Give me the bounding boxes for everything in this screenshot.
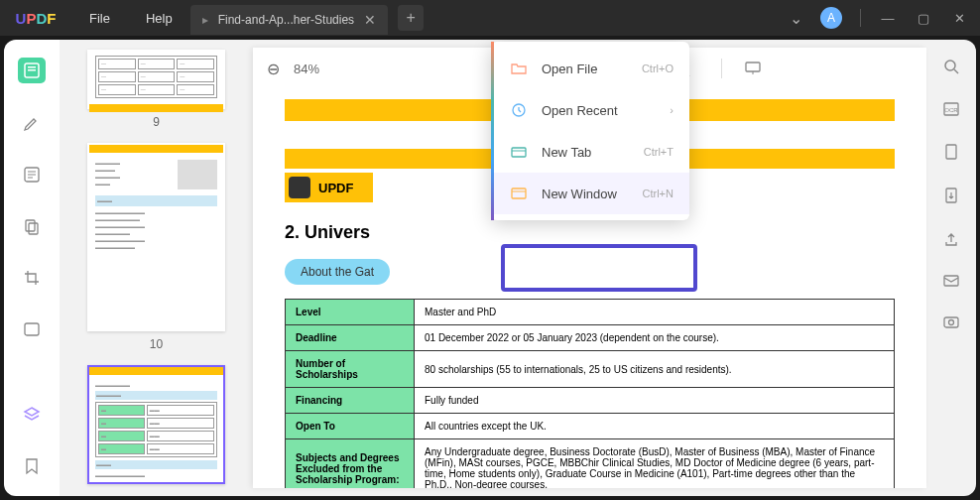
close-tab-icon[interactable]: ✕	[364, 12, 376, 28]
table-row: Open ToAll countries except the UK.	[286, 414, 895, 439]
folder-icon	[510, 60, 528, 77]
svg-rect-18	[944, 276, 958, 286]
svg-rect-7	[26, 220, 35, 231]
user-avatar[interactable]: A	[820, 7, 842, 29]
svg-rect-2	[28, 69, 36, 71]
table-row: Deadline01 December 2022 or 05 January 2…	[286, 325, 895, 351]
crop-tool-icon[interactable]	[20, 266, 44, 290]
search-icon[interactable]	[942, 58, 960, 75]
menu-label: New Tab	[542, 145, 591, 160]
svg-rect-8	[29, 223, 38, 234]
close-window-button[interactable]: ✕	[950, 11, 968, 26]
tab-icon	[510, 143, 528, 161]
document-tab[interactable]: ▸ Find-and-Ap...her-Studies ✕	[190, 5, 388, 35]
clock-icon	[510, 101, 528, 119]
divider	[860, 9, 861, 27]
thumbnail-page-10[interactable]: ▬▬▬▬▬▬▬▬▬▬▬▬▬▬▬▬▬ ▬▬▬ ▬▬▬▬▬▬▬▬▬▬▬▬▬▬▬▬▬▬…	[87, 143, 225, 331]
menu-help[interactable]: Help	[128, 11, 190, 26]
right-toolbar: OCR	[926, 40, 976, 496]
table-row: LevelMaster and PhD	[286, 300, 895, 325]
svg-point-20	[949, 320, 954, 325]
svg-rect-9	[25, 323, 39, 335]
menu-open-file[interactable]: Open File Ctrl+O	[494, 48, 689, 89]
thumb-label: 9	[87, 115, 225, 129]
section-heading: 2. Univers	[285, 222, 895, 243]
table-row: Number of Scholarships80 scholarships (5…	[286, 351, 895, 388]
redact-tool-icon[interactable]	[20, 317, 44, 341]
share-icon[interactable]	[942, 230, 960, 248]
svg-rect-22	[512, 148, 526, 157]
menu-open-recent[interactable]: Open Recent ›	[494, 89, 689, 131]
new-tab-button[interactable]: +	[398, 5, 424, 31]
layers-icon[interactable]	[20, 403, 44, 427]
menu-new-window[interactable]: New Window Ctrl+N	[494, 173, 689, 214]
camera-icon[interactable]	[942, 313, 960, 329]
menu-file[interactable]: File	[71, 11, 128, 26]
info-table: LevelMaster and PhD Deadline01 December …	[285, 299, 895, 488]
thumbnail-panel: ————————— 9 ▬▬▬▬▬▬▬▬▬▬▬▬▬▬▬▬▬ ▬▬▬ ▬▬▬▬▬▬…	[60, 40, 253, 496]
svg-rect-19	[944, 317, 958, 327]
tab-indicator-icon: ▸	[202, 13, 208, 27]
menu-label: Open File	[542, 62, 597, 76]
file-dropdown-menu: Open File Ctrl+O Open Recent › New Tab C…	[491, 42, 689, 220]
svg-rect-10	[746, 62, 760, 71]
app-logo: UPDF	[0, 10, 71, 27]
brand-icon	[289, 177, 310, 198]
chevron-down-icon[interactable]: ⌄	[790, 9, 802, 28]
table-row: FinancingFully funded	[286, 388, 895, 414]
zoom-out-icon[interactable]: ⊖	[267, 60, 280, 78]
window-icon	[510, 185, 528, 202]
ocr-icon[interactable]: OCR	[942, 101, 960, 117]
svg-point-12	[945, 61, 955, 70]
presentation-icon[interactable]	[744, 61, 762, 76]
brand-badge: UPDF	[285, 173, 373, 202]
thumbnail-page-9[interactable]: —————————	[87, 50, 225, 109]
highlighter-tool-icon[interactable]	[20, 111, 44, 135]
page-icon[interactable]	[943, 143, 959, 161]
thumbnails-tool-icon[interactable]	[18, 58, 46, 83]
shortcut-label: Ctrl+T	[644, 146, 674, 158]
bookmark-icon[interactable]	[20, 454, 44, 478]
menu-label: Open Recent	[542, 103, 618, 118]
svg-rect-16	[946, 145, 956, 159]
tab-title: Find-and-Ap...her-Studies	[218, 13, 354, 27]
menu-new-tab[interactable]: New Tab Ctrl+T	[494, 131, 689, 173]
text-tool-icon[interactable]	[20, 163, 44, 187]
svg-text:OCR: OCR	[944, 107, 958, 113]
copy-tool-icon[interactable]	[20, 214, 44, 238]
table-row: Subjects and Degrees Excluded from the S…	[286, 439, 895, 489]
about-pill: About the Gat	[285, 259, 390, 285]
thumb-label: 10	[87, 337, 225, 351]
zoom-level[interactable]: 84%	[294, 62, 319, 76]
title-bar: UPDF File Help ▸ Find-and-Ap...her-Studi…	[0, 0, 980, 36]
maximize-button[interactable]: ▢	[915, 11, 932, 26]
mail-icon[interactable]	[942, 274, 960, 288]
minimize-button[interactable]: —	[879, 11, 897, 26]
export-page-icon[interactable]	[943, 187, 959, 204]
menu-label: New Window	[542, 187, 617, 201]
submenu-arrow-icon: ›	[670, 104, 674, 116]
svg-rect-1	[28, 66, 36, 68]
thumbnail-page-11[interactable]: ▬▬▬▬▬▬▬ ▬▬▬▬▬ ▬▬▬▬▬▬▬▬▬▬▬▬ ▬▬▬ ▬▬▬▬▬▬▬▬▬…	[87, 365, 225, 484]
left-toolbar	[4, 40, 60, 496]
shortcut-label: Ctrl+O	[642, 62, 674, 74]
svg-rect-24	[512, 188, 526, 198]
svg-line-13	[954, 69, 958, 73]
shortcut-label: Ctrl+N	[643, 188, 674, 199]
